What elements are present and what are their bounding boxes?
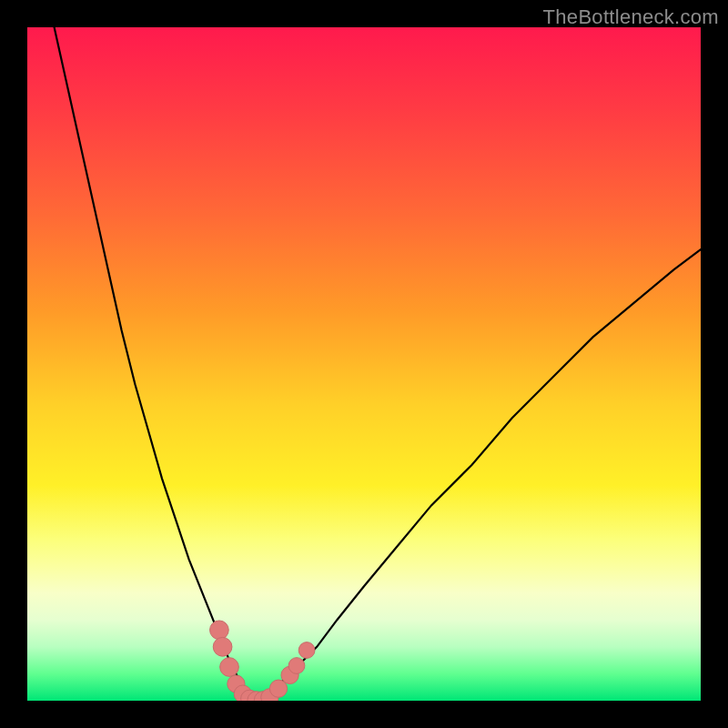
curve-overlay — [27, 27, 701, 701]
data-marker — [220, 658, 239, 677]
data-marker — [298, 642, 315, 659]
curve-right — [259, 249, 701, 701]
marker-group — [210, 621, 315, 701]
data-marker — [288, 658, 305, 674]
chart-frame: TheBottleneck.com — [0, 0, 728, 728]
data-marker — [210, 621, 229, 640]
data-marker — [213, 637, 232, 656]
curve-left — [55, 27, 260, 701]
watermark-text: TheBottleneck.com — [543, 5, 719, 29]
plot-area — [27, 27, 701, 701]
